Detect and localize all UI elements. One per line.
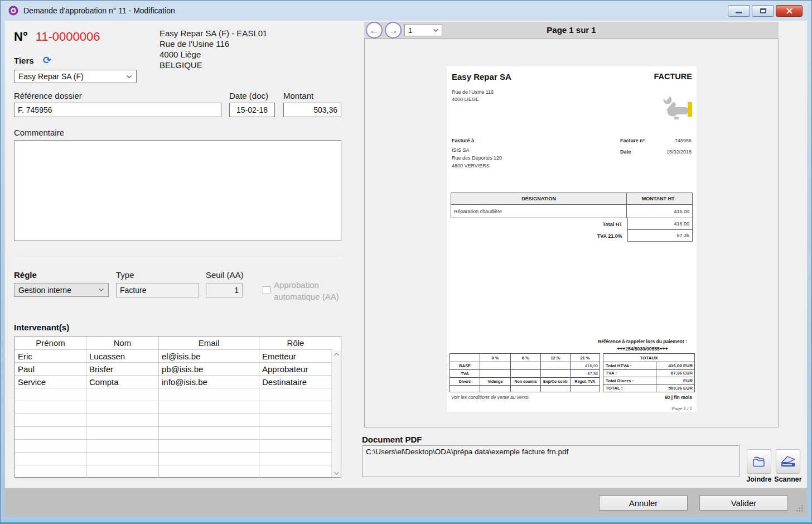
type-input[interactable]: [116, 283, 199, 297]
invoice-number-value: 745956: [675, 138, 692, 143]
table-cell: Brisfer: [86, 363, 159, 376]
table-cell: [159, 465, 259, 478]
bottom-action-bar: Annuler Valider: [5, 488, 807, 516]
table-row[interactable]: [15, 453, 341, 465]
page-selected-value: 1: [408, 26, 433, 35]
scanner-icon: [780, 455, 796, 468]
vat-row-label: [450, 386, 480, 392]
minimize-button[interactable]: [728, 5, 750, 17]
address-line: 4000 LIEGE: [452, 96, 494, 103]
vat-cell: 87,36: [570, 370, 600, 377]
vat-header-cell: 6 %: [510, 354, 540, 362]
chevron-down-icon: [433, 29, 438, 32]
divider: [14, 258, 341, 258]
vat-cell: [480, 362, 510, 369]
table-cell: Paul: [15, 363, 86, 376]
invoice-number-label: Facture n°: [620, 138, 645, 143]
refresh-icon[interactable]: ⟳: [43, 54, 51, 66]
montant-input[interactable]: [283, 103, 341, 117]
table-cell: [86, 414, 159, 427]
auto-approval-label: Approbation automatique (AA): [274, 279, 347, 302]
chevron-down-icon: [127, 75, 132, 78]
invoice-doc-type: FACTURE: [654, 72, 692, 81]
table-row[interactable]: PaulBrisferpb@isis.beApprobateur: [15, 363, 341, 376]
totals-row-value: EUR: [656, 377, 694, 384]
previous-page-button[interactable]: ←: [366, 22, 383, 39]
vat-cell: [540, 370, 570, 377]
pdf-path: C:\Users\el\Desktop\ODA\prépa data\exemp…: [366, 448, 568, 456]
wrench-logo: [661, 95, 693, 122]
vat-row-label: BASE: [450, 362, 480, 369]
table-row[interactable]: [15, 465, 341, 478]
address-line: Easy Repar SA (F) - EASL01: [160, 28, 267, 39]
vat-header-cell: 21 %: [570, 354, 600, 362]
table-cell: [259, 440, 332, 453]
app-icon: [8, 6, 18, 16]
table-cell: [86, 440, 159, 453]
invoice-billto-lines: ISIS SARue des Déportés 1204800 VERVIERS: [452, 146, 502, 170]
table-cell: [86, 465, 159, 478]
maximize-button[interactable]: [752, 5, 774, 17]
regle-select[interactable]: Gestion interne: [14, 283, 109, 297]
totals-row: TVA :87,36 EUR: [603, 369, 694, 377]
table-row[interactable]: EricLucassenel@isis.beEmetteur: [15, 350, 341, 363]
vat-cell: [510, 386, 540, 392]
joindre-button[interactable]: [747, 449, 771, 474]
commentaire-label: Commentaire: [14, 128, 64, 137]
totals-row: TOTAL :503,36 EUR: [603, 384, 694, 392]
seuil-label: Seuil (AA): [206, 270, 244, 280]
tiers-select[interactable]: Easy Repar SA (F): [14, 70, 137, 83]
scroll-up-icon[interactable]: [334, 353, 339, 356]
pdf-preview-area: Easy Repar SA FACTURE Rue de l'Usine 116…: [364, 39, 779, 427]
resize-grip[interactable]: [796, 504, 804, 512]
page-select[interactable]: 1: [404, 24, 442, 36]
date-input[interactable]: [229, 103, 275, 117]
totals-row: Total HTVA :416,00 EUR: [603, 362, 694, 369]
table-row[interactable]: [15, 401, 341, 414]
reference-label: Référence dossier: [14, 91, 82, 100]
totals-header: TOTAUX: [603, 354, 694, 362]
payment-reference-value: +++254/8030/00555+++: [591, 345, 694, 353]
auto-approval-checkbox[interactable]: [263, 286, 270, 294]
maximize-icon: [760, 8, 766, 13]
invoice-page-footer: Page 1 / 1: [672, 406, 692, 411]
table-row[interactable]: [15, 388, 341, 401]
scanner-button[interactable]: [776, 449, 800, 474]
vat-cell: [540, 386, 570, 392]
table-cell: [86, 401, 159, 414]
invoice-items-table: DÉSIGNATION MONTANT HT Réparation chaudi…: [451, 193, 693, 242]
regle-label: Règle: [14, 270, 37, 280]
table-row[interactable]: [15, 427, 341, 440]
table-cell: Emetteur: [259, 350, 332, 363]
payment-reference-label: Référence à rappeler lors du paiement :: [591, 338, 694, 345]
table-cell: [159, 401, 259, 414]
reference-input[interactable]: [14, 103, 221, 117]
totals-row-value: 503,36 EUR: [656, 385, 694, 392]
vat-cell: Régul. TVA: [570, 378, 600, 385]
table-row[interactable]: [15, 440, 341, 453]
close-icon: [786, 8, 792, 14]
vat-row: DiversVidangeNon soumisExp/Co-contrRégul…: [450, 377, 600, 385]
table-row[interactable]: ServiceComptainfo@isis.beDestinataire: [15, 376, 341, 388]
next-page-button[interactable]: →: [385, 22, 402, 39]
annuler-button[interactable]: Annuler: [599, 496, 688, 511]
table-cell: [159, 440, 259, 453]
close-button[interactable]: [776, 5, 803, 17]
invoice-totals-table: TOTAUX Total HTVA :416,00 EURTVA :87,36 …: [603, 353, 695, 392]
scroll-down-icon[interactable]: [334, 472, 339, 475]
pdf-path-box[interactable]: C:\Users\el\Desktop\ODA\prépa data\exemp…: [362, 445, 740, 477]
titlebar: Demande d'approbation n° 11 - Modificati…: [1, 1, 811, 21]
valider-button[interactable]: Valider: [699, 496, 788, 511]
vat-header-cell: 0 %: [480, 354, 510, 362]
table-scrollbar[interactable]: [331, 350, 341, 477]
commentaire-textarea[interactable]: [14, 140, 341, 241]
tva-label: TVA 21.0%: [451, 230, 627, 242]
seuil-input[interactable]: [206, 283, 243, 297]
vat-row-label: Divers: [450, 378, 480, 385]
chevron-down-icon: [99, 289, 104, 291]
vat-header-row: 0 %6 %12 %21 %: [450, 354, 600, 362]
table-cell: [259, 453, 332, 465]
intervenants-header-row: PrénomNomEmailRôle: [15, 336, 341, 350]
table-row[interactable]: [15, 414, 341, 427]
totals-row: Total Divers :EUR: [603, 377, 694, 384]
